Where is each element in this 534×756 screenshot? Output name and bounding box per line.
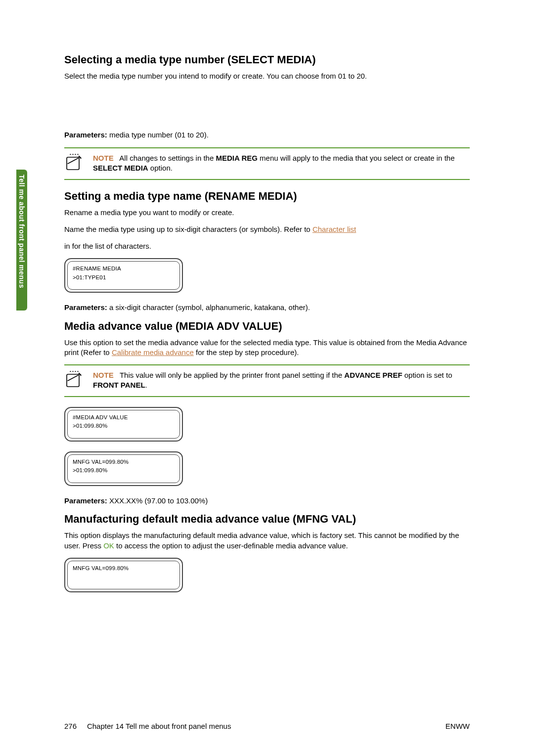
params-text: a six-digit character (symbol, alphanume… xyxy=(107,303,310,311)
display-rename-media: #RENAME MEDIA >01:TYPE01 xyxy=(64,258,183,293)
chapter-label: Chapter 14 Tell me about front panel men… xyxy=(87,722,231,730)
display-media-adv-2: MNFG VAL=099.80% >01:099.80% xyxy=(64,451,183,486)
display-line: >01:TYPE01 xyxy=(73,273,175,282)
mfng-line1: This option displays the manufacturing d… xyxy=(64,531,470,551)
note-text: NOTE All changes to settings in the MEDI… xyxy=(93,153,470,174)
note-label: NOTE xyxy=(93,371,114,379)
display-media-adv-1: #MEDIA ADV VALUE >01:099.80% xyxy=(64,407,183,442)
select-media-intro: Select the media type number you intend … xyxy=(64,71,470,81)
rename-line1: Rename a media type you want to modify o… xyxy=(64,208,470,218)
heading-select-media: Selecting a media type number (SELECT ME… xyxy=(64,53,470,66)
params-label: Parameters: xyxy=(64,131,107,139)
display-line: MNFG VAL=099.80% xyxy=(73,458,175,466)
page-number: 276 xyxy=(64,722,77,730)
note-icon xyxy=(64,369,84,391)
heading-mfng-val: Manufacturing default media advance valu… xyxy=(64,513,470,526)
side-tab: Tell me about front panel menus xyxy=(16,170,27,311)
display-line: >01:099.80% xyxy=(73,466,175,475)
params-label: Parameters: xyxy=(64,496,107,505)
ok-text: OK xyxy=(103,541,114,550)
display-line: #RENAME MEDIA xyxy=(73,265,175,273)
note-label: NOTE xyxy=(93,154,114,162)
link-character-list[interactable]: Character list xyxy=(312,225,356,233)
media-adv-line1: Use this option to set the media advance… xyxy=(64,338,470,358)
params-label: Parameters: xyxy=(64,303,107,311)
display-line: MNFG VAL=099.80% xyxy=(73,564,175,573)
rename-line3: in for the list of characters. xyxy=(64,241,470,251)
heading-rename-media: Setting a media type name (RENAME MEDIA) xyxy=(64,190,470,203)
media-adv-params: Parameters: XXX.XX% (97.00 to 103.00%) xyxy=(64,496,470,506)
page-footer: 276 Chapter 14 Tell me about front panel… xyxy=(64,722,470,730)
display-line: >01:099.80% xyxy=(73,422,175,430)
note-media-adv: NOTE This value will only be applied by … xyxy=(64,364,470,397)
link-calibrate-media-advance[interactable]: Calibrate media advance xyxy=(112,348,194,356)
note-text: NOTE This value will only be applied by … xyxy=(93,370,470,391)
select-media-params: Parameters: media type number (01 to 20)… xyxy=(64,130,470,140)
footer-right: ENWW xyxy=(445,722,470,730)
display-line: #MEDIA ADV VALUE xyxy=(73,413,175,422)
rename-params: Parameters: a six-digit character (symbo… xyxy=(64,303,470,312)
side-tab-label: Tell me about front panel menus xyxy=(18,175,26,288)
params-text: media type number (01 to 20). xyxy=(107,131,209,139)
note-select-media: NOTE All changes to settings in the MEDI… xyxy=(64,147,470,180)
heading-media-adv-value: Media advance value (MEDIA ADV VALUE) xyxy=(64,320,470,333)
note-icon xyxy=(64,152,84,174)
rename-line2: Name the media type using up to six-digi… xyxy=(64,224,470,234)
display-mfng-val: MNFG VAL=099.80% xyxy=(64,558,183,592)
params-text: XXX.XX% (97.00 to 103.00%) xyxy=(107,496,208,505)
